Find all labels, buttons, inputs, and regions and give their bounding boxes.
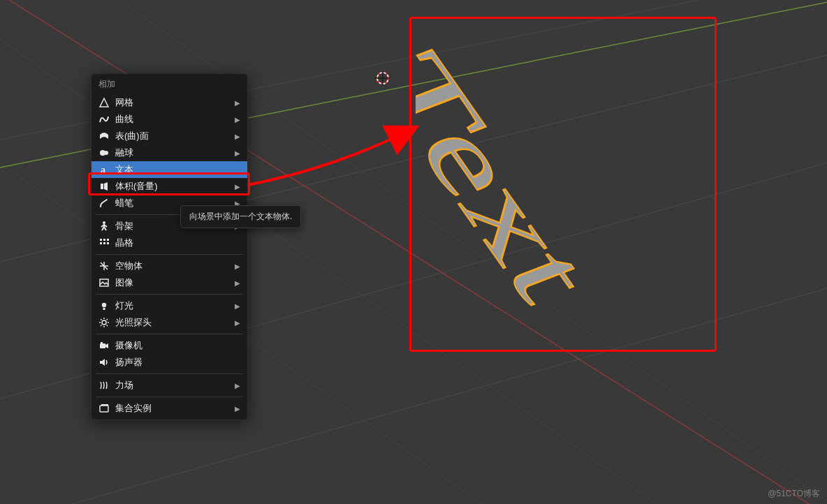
chevron-right-icon: ▶ bbox=[233, 279, 240, 287]
menu-item-label: 集合实例 bbox=[115, 402, 233, 415]
svg-rect-46 bbox=[101, 404, 108, 406]
menu-separator bbox=[96, 373, 243, 374]
chevron-right-icon: ▶ bbox=[233, 116, 240, 124]
svg-point-16 bbox=[103, 221, 105, 224]
svg-line-40 bbox=[107, 325, 108, 327]
light-icon bbox=[98, 300, 110, 311]
menu-item-lightprobe[interactable]: 光照探头▶ bbox=[92, 314, 247, 331]
menu-item-label: 图像 bbox=[115, 276, 233, 289]
menu-item-label: 空物体 bbox=[115, 260, 233, 272]
menu-item-text[interactable]: a文本 bbox=[92, 161, 247, 178]
menu-separator bbox=[96, 254, 243, 255]
menu-item-label: 曲线 bbox=[115, 113, 233, 126]
chevron-right-icon: ▶ bbox=[233, 382, 240, 390]
menu-item-label: 扬声器 bbox=[115, 356, 233, 369]
menu-item-speaker[interactable]: 扬声器 bbox=[92, 354, 247, 371]
gpencil-icon bbox=[98, 198, 110, 209]
svg-rect-25 bbox=[100, 242, 102, 244]
menu-item-label: 融球 bbox=[115, 147, 233, 159]
mesh-icon bbox=[98, 97, 110, 108]
svg-line-42 bbox=[107, 319, 108, 320]
chevron-right-icon: ▶ bbox=[233, 183, 240, 191]
chevron-right-icon: ▶ bbox=[233, 133, 240, 140]
menu-item-light[interactable]: 灯光▶ bbox=[92, 297, 247, 314]
svg-rect-44 bbox=[101, 342, 103, 343]
chevron-right-icon: ▶ bbox=[233, 149, 240, 157]
lightprobe-icon bbox=[98, 317, 110, 328]
menu-item-empty[interactable]: 空物体▶ bbox=[92, 258, 247, 274]
menu-separator bbox=[96, 294, 243, 295]
chevron-right-icon: ▶ bbox=[233, 319, 240, 327]
svg-rect-45 bbox=[100, 406, 108, 412]
svg-point-14 bbox=[104, 151, 108, 155]
menu-item-image[interactable]: 图像▶ bbox=[92, 274, 247, 291]
menu-separator bbox=[96, 396, 243, 397]
menu-item-metaball[interactable]: 融球▶ bbox=[92, 144, 247, 161]
menu-item-label: 表(曲)面 bbox=[115, 130, 233, 142]
collection-icon bbox=[98, 403, 110, 414]
menu-item-forcefield[interactable]: 力场▶ bbox=[92, 377, 247, 394]
speaker-icon bbox=[98, 357, 110, 368]
text-icon: a bbox=[98, 164, 110, 175]
chevron-right-icon: ▶ bbox=[233, 405, 240, 413]
svg-point-34 bbox=[102, 320, 106, 325]
menu-item-label: 摄像机 bbox=[115, 339, 233, 352]
curve-icon bbox=[98, 114, 110, 125]
chevron-right-icon: ▶ bbox=[233, 262, 240, 270]
forcefield-icon bbox=[98, 380, 110, 391]
armature-icon bbox=[98, 221, 110, 232]
menu-item-camera[interactable]: 摄像机 bbox=[92, 337, 247, 354]
menu-separator bbox=[96, 334, 243, 334]
metaball-icon bbox=[98, 147, 110, 158]
tooltip: 向场景中添加一个文本物体. bbox=[180, 205, 301, 228]
tooltip-text: 向场景中添加一个文本物体. bbox=[189, 212, 292, 221]
camera-icon bbox=[98, 340, 110, 351]
svg-rect-33 bbox=[103, 308, 105, 310]
watermark: @51CTO博客 bbox=[768, 488, 820, 500]
volume-icon bbox=[98, 181, 110, 192]
menu-item-lattice[interactable]: 晶格 bbox=[92, 235, 247, 251]
empty-icon bbox=[98, 260, 110, 272]
svg-point-32 bbox=[102, 303, 106, 307]
menu-item-label: 晶格 bbox=[115, 237, 233, 249]
menu-item-label: 力场 bbox=[115, 379, 233, 392]
lattice-icon bbox=[98, 237, 110, 249]
chevron-right-icon: ▶ bbox=[233, 302, 240, 310]
menu-item-label: 文本 bbox=[115, 163, 233, 176]
svg-rect-27 bbox=[107, 242, 109, 244]
svg-rect-23 bbox=[103, 239, 105, 241]
menu-item-label: 网格 bbox=[115, 96, 233, 109]
menu-item-volume[interactable]: 体积(音量)▶ bbox=[92, 178, 247, 195]
menu-item-collection[interactable]: 集合实例▶ bbox=[92, 400, 247, 417]
menu-item-curve[interactable]: 曲线▶ bbox=[92, 111, 247, 128]
svg-line-21 bbox=[104, 227, 106, 230]
svg-rect-26 bbox=[103, 242, 105, 244]
chevron-right-icon: ▶ bbox=[233, 99, 240, 107]
svg-line-39 bbox=[101, 319, 102, 320]
svg-rect-24 bbox=[107, 239, 109, 241]
menu-item-label: 体积(音量) bbox=[115, 180, 233, 193]
menu-item-surface[interactable]: 表(曲)面▶ bbox=[92, 128, 247, 144]
menu-item-mesh[interactable]: 网格▶ bbox=[92, 94, 247, 111]
svg-text:a: a bbox=[101, 165, 105, 175]
add-menu[interactable]: 相加 网格▶曲线▶表(曲)面▶融球▶a文本体积(音量)▶蜡笔▶骨架▶晶格空物体▶… bbox=[91, 73, 248, 420]
svg-line-41 bbox=[101, 325, 102, 327]
menu-item-label: 光照探头 bbox=[115, 316, 233, 329]
image-icon bbox=[98, 277, 110, 288]
surface-icon bbox=[98, 131, 110, 142]
menu-item-label: 灯光 bbox=[115, 299, 233, 312]
svg-rect-22 bbox=[100, 239, 102, 241]
cursor-3d-icon bbox=[374, 70, 391, 87]
svg-rect-43 bbox=[100, 343, 105, 348]
add-menu-title: 相加 bbox=[92, 74, 247, 94]
